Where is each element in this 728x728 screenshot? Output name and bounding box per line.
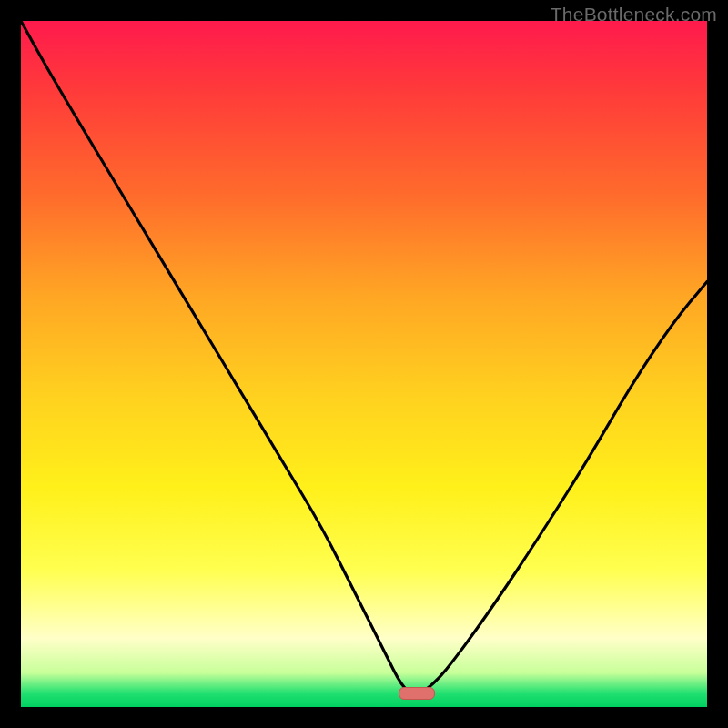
optimum-marker <box>399 687 435 700</box>
plot-area <box>21 21 707 707</box>
bottleneck-curve <box>21 21 707 707</box>
chart-frame: TheBottleneck.com <box>0 0 728 728</box>
watermark-text: TheBottleneck.com <box>551 4 717 25</box>
